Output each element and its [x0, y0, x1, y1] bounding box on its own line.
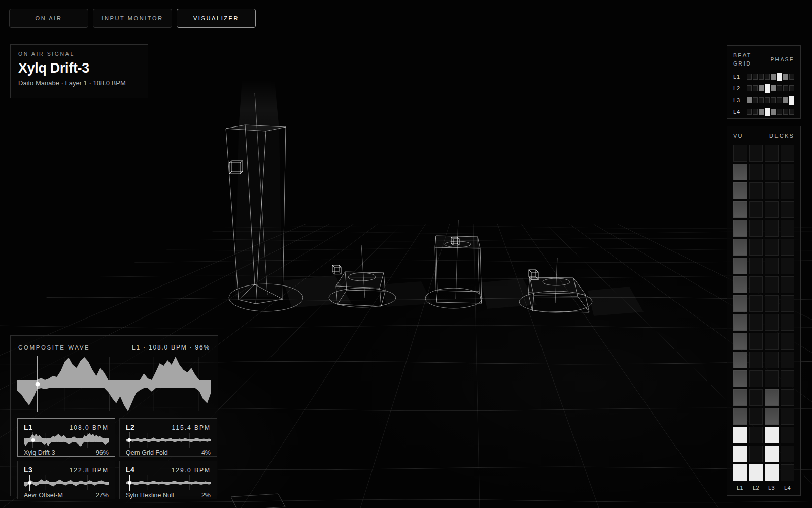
beat-grid-cell — [777, 109, 782, 115]
beat-grid-row-label: L4 — [733, 109, 745, 115]
beat-grid-cell — [753, 109, 758, 115]
deck-panel-l1[interactable]: L1108.0 BPMXylq Drift-396% — [17, 418, 115, 457]
beat-grid-cell — [759, 74, 764, 80]
deck-footer: Aevr Offset-M27% — [24, 492, 109, 499]
vu-cell — [733, 408, 747, 425]
deck-panel-l3[interactable]: L3122.8 BPMAevr Offset-M27% — [17, 461, 115, 499]
deck-id: L3 — [24, 466, 32, 474]
beat-grid-panel: BEAT GRID PHASE L1L2L3L4 — [727, 45, 801, 119]
vu-cell — [781, 145, 794, 162]
vu-column-label: L1 — [733, 485, 747, 491]
deck-footer: Xylq Drift-396% — [24, 449, 109, 456]
tab-bar: ON AIRINPUT MONITORVISUALIZER — [9, 9, 256, 28]
beat-grid-row-label: L3 — [733, 97, 745, 103]
composite-waveform — [17, 356, 211, 412]
vu-cell — [765, 220, 779, 237]
vu-cell — [733, 182, 747, 199]
vu-cell — [781, 408, 794, 425]
vu-cell — [781, 276, 794, 293]
beat-grid-cell — [765, 108, 770, 116]
deck-waveform — [24, 432, 109, 449]
vu-cell — [765, 370, 779, 387]
beat-grid-cell — [747, 74, 752, 80]
deck-track-name: Qern Grid Fold — [126, 449, 168, 456]
beat-grid-cell — [783, 74, 788, 80]
beat-grid-row-l4: L4 — [733, 106, 794, 118]
vu-cell — [749, 333, 763, 350]
vu-cell — [733, 352, 747, 368]
deck-id: L2 — [126, 423, 134, 431]
beat-grid-rows: L1L2L3L4 — [733, 71, 794, 118]
tab-input-monitor[interactable]: INPUT MONITOR — [93, 9, 172, 28]
vu-cell — [765, 408, 779, 425]
deck-footer: Qern Grid Fold4% — [126, 449, 211, 456]
vu-cell — [765, 276, 779, 293]
deck-percent: 2% — [201, 492, 211, 499]
beat-grid-cell — [753, 85, 758, 91]
beat-grid-cell — [747, 85, 752, 91]
vu-cell — [765, 333, 779, 350]
vu-cell — [749, 314, 763, 331]
vu-cell — [781, 427, 794, 443]
vu-cell — [733, 314, 747, 331]
vu-cell — [781, 314, 794, 331]
beat-grid-cell — [753, 74, 758, 80]
vu-column-label: L3 — [765, 485, 779, 491]
beat-grid-cell — [783, 85, 788, 91]
vu-cell — [781, 370, 794, 387]
vu-cell — [733, 464, 747, 481]
vu-cell — [781, 201, 794, 218]
deck-header: L3122.8 BPM — [24, 466, 109, 474]
beat-grid-cell — [759, 97, 764, 103]
vu-cell — [765, 145, 779, 162]
vu-cell — [749, 201, 763, 218]
vu-cell — [781, 464, 794, 481]
vu-cell — [749, 220, 763, 237]
vu-decks-panel: VU DECKS L1L2L3L4 — [727, 126, 801, 496]
vu-cell — [765, 201, 779, 218]
beat-grid-row-label: L2 — [733, 85, 745, 91]
vu-cell — [749, 295, 763, 312]
deck-waveform — [126, 474, 211, 491]
vu-cell — [733, 220, 747, 237]
deck-header: L4129.0 BPM — [126, 466, 211, 474]
vu-cell — [733, 276, 747, 293]
deck-bpm: 122.8 BPM — [70, 467, 109, 474]
tab-visualizer[interactable]: VISUALIZER — [177, 9, 256, 28]
vu-cell — [749, 389, 763, 406]
vu-cell — [765, 464, 779, 481]
vu-cell — [733, 446, 747, 462]
beat-grid-row-label: L1 — [733, 74, 745, 80]
vu-cell — [733, 427, 747, 443]
deck-track-name: Xylq Drift-3 — [24, 449, 55, 456]
deck-track-name: Aevr Offset-M — [24, 492, 63, 499]
deck-waveform — [126, 432, 211, 449]
vu-cell — [749, 464, 763, 481]
vu-cell — [765, 182, 779, 199]
vu-cell — [749, 182, 763, 199]
phase-label: PHASE — [770, 56, 794, 62]
track-title: Xylq Drift-3 — [18, 60, 135, 76]
deck-id: L4 — [126, 466, 134, 474]
vu-cell — [749, 427, 763, 443]
vu-cell — [733, 295, 747, 312]
beat-grid-cell — [771, 109, 776, 115]
vu-cell — [733, 258, 747, 274]
beat-grid-cell — [771, 74, 776, 80]
deck-footer: Syln Hexline Null2% — [126, 492, 211, 499]
vu-column-labels: L1L2L3L4 — [733, 485, 794, 491]
deck-track-name: Syln Hexline Null — [126, 492, 174, 499]
beat-grid-cells — [747, 73, 794, 81]
beat-grid-cell — [777, 97, 782, 103]
vu-cell — [765, 352, 779, 368]
vu-cell — [733, 333, 747, 350]
composite-wave-title: COMPOSITE WAVE — [18, 344, 90, 351]
vu-cell — [749, 164, 763, 180]
composite-wave-status: L1 · 108.0 BPM · 96% — [132, 344, 210, 351]
on-air-signal-card: ON AIR SIGNAL Xylq Drift-3 Daito Manabe … — [10, 44, 148, 98]
deck-panel-l2[interactable]: L2115.4 BPMQern Grid Fold4% — [119, 418, 217, 457]
deck-panel-l4[interactable]: L4129.0 BPMSyln Hexline Null2% — [119, 461, 217, 499]
beat-grid-cell — [765, 84, 770, 93]
beat-grid-cell — [747, 109, 752, 115]
tab-on-air[interactable]: ON AIR — [9, 9, 88, 28]
